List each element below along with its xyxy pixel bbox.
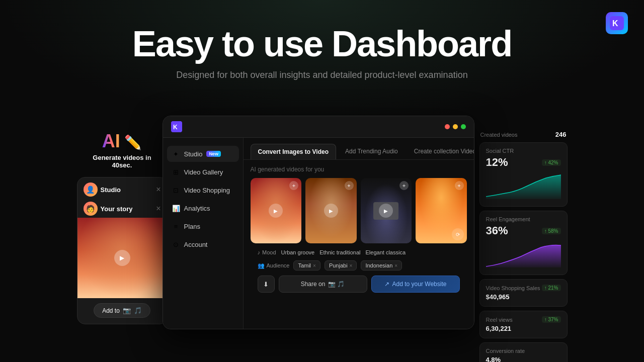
tab-collection[interactable]: Create collection Video [407, 144, 474, 159]
page-subtitle: Designed for both overall insights and d… [0, 70, 644, 80]
video-shopping-change: ↑ 21% [542, 285, 561, 291]
created-videos-row: Created videos 246 [479, 131, 568, 138]
phone-card: 👤 Studio × 🧑 Your story × ▶ Add to [77, 177, 168, 324]
tab-trending-audio[interactable]: Add Trending Audio [338, 144, 405, 159]
social-ctr-value: 12% [486, 156, 508, 169]
story-avatar: 🧑 [84, 202, 98, 216]
audience-tag-tamil[interactable]: Tamil × [293, 260, 320, 270]
svg-text:K: K [612, 19, 618, 28]
video-grid: + ▶ + ▶ + ▶ [251, 178, 467, 243]
add-to-button[interactable]: Add to 📷 🎵 [94, 303, 150, 318]
close-dot[interactable] [445, 124, 450, 129]
external-link-icon: ↗ [384, 281, 389, 288]
phone-footer: Add to 📷 🎵 [77, 298, 167, 318]
add-video-3-icon[interactable]: + [399, 181, 409, 190]
reel-engagement-card: Reel Engagement 36% ↑ 58% [479, 211, 568, 275]
share-button[interactable]: Share on 📷 🎵 [279, 276, 367, 293]
reel-engagement-value: 36% [486, 224, 508, 237]
video-shopping-label: Video Shopping Sales [486, 285, 540, 291]
audience-icon: 👥 [258, 262, 265, 269]
audience-tag-indonesian[interactable]: Indonesian × [361, 260, 402, 270]
phone-card-header: 👤 Studio × [77, 177, 167, 202]
play-video-2-button[interactable]: ▶ [324, 204, 338, 218]
add-to-website-button[interactable]: ↗ Add to your Website [371, 276, 460, 293]
video-thumb-4[interactable]: + ⟳ [416, 178, 467, 243]
avatar: 👤 [84, 183, 98, 197]
tab-convert[interactable]: Convert Images to Video [251, 144, 336, 159]
bottom-controls: ♪ Mood Urban groove Ethnic traditional E… [251, 249, 467, 299]
close-icon[interactable]: × [156, 185, 160, 194]
video-thumb-3[interactable]: + ▶ [361, 178, 412, 243]
minimize-dot[interactable] [453, 124, 458, 129]
remove-tamil-icon[interactable]: × [313, 263, 316, 268]
add-video-4-icon[interactable]: + [455, 181, 464, 190]
mood-tag-1[interactable]: Urban groove [281, 249, 315, 255]
conversion-value: 4.8% [486, 356, 501, 362]
social-ctr-card: Social CTR 12% ↑ 42% [479, 142, 568, 207]
sidebar-item-analytics[interactable]: 📊 Analytics [167, 200, 239, 216]
sidebar: ✦ Studio New ⊞ Video Gallery ⊡ Video Sho… [163, 138, 244, 329]
instagram-share-icon: 📷 [328, 281, 336, 288]
share-icons: 📷 🎵 [328, 281, 345, 288]
share-row: ⬇ Share on 📷 🎵 ↗ Add to your Websit [258, 276, 460, 293]
mood-tag-3[interactable]: Elegant classica [366, 249, 406, 255]
mood-label: ♪ Mood [258, 249, 276, 255]
created-videos-value: 246 [555, 131, 567, 138]
sidebar-item-gallery[interactable]: ⊞ Video Gallery [167, 164, 239, 180]
sidebar-item-shopping[interactable]: ⊡ Video Shopping [167, 182, 239, 198]
add-video-2-icon[interactable]: + [345, 181, 354, 190]
sidebar-label-account: Account [184, 241, 208, 248]
maximize-dot[interactable] [461, 124, 466, 129]
studio-icon: ✦ [172, 150, 180, 158]
audience-tag-punjabi[interactable]: Punjabi × [325, 260, 357, 270]
reel-engagement-chart [486, 242, 561, 267]
remove-punjabi-icon[interactable]: × [350, 263, 353, 268]
social-ctr-label: Social CTR [486, 148, 514, 154]
phone-play-button[interactable]: ▶ [114, 250, 130, 266]
conversion-rate-card: Conversion rate 4.8% [479, 342, 568, 362]
reel-views-card: Reel views ↑ 37% 6,30,221 [479, 311, 568, 338]
video-shopping-value: $40,965 [486, 293, 510, 301]
reel-views-value: 6,30,221 [486, 325, 512, 332]
action-video-4-icon[interactable]: ⟳ [452, 228, 464, 240]
page-title: Easy to use Dashboard [0, 24, 644, 64]
sidebar-item-account[interactable]: ⊙ Account [167, 236, 239, 252]
ai-text: AI [102, 131, 120, 152]
dashboard-logo: K [171, 121, 182, 132]
download-button[interactable]: ⬇ [258, 276, 275, 293]
sidebar-item-plans[interactable]: ≡ Plans [167, 218, 239, 234]
sidebar-item-studio[interactable]: ✦ Studio New [167, 146, 239, 162]
plans-icon: ≡ [172, 222, 180, 230]
audience-label: 👥 Audience [258, 262, 290, 269]
remove-indonesian-icon[interactable]: × [394, 263, 397, 268]
analytics-icon: 📊 [172, 204, 180, 212]
window-controls [445, 124, 466, 129]
created-videos-label: Created videos [480, 132, 518, 138]
main-panel: Convert Images to Video Add Trending Aud… [244, 138, 474, 329]
mood-tag-2[interactable]: Ethnic traditional [319, 249, 360, 255]
content-area: AI generated videos for you + ▶ + ▶ [244, 160, 474, 329]
page-header: Easy to use Dashboard Designed for both … [0, 0, 644, 80]
ai-subtitle: Generate videos in 40sec. [77, 154, 168, 169]
tabs-row: Convert Images to Video Add Trending Aud… [244, 138, 474, 160]
sidebar-label-analytics: Analytics [184, 205, 210, 212]
video-thumb-1[interactable]: + ▶ [251, 178, 302, 243]
close-story-icon[interactable]: × [156, 204, 160, 213]
account-icon: ⊙ [172, 240, 180, 248]
app-logo: K [606, 12, 628, 34]
reel-views-change: ↑ 37% [542, 316, 561, 323]
video-thumb-2[interactable]: + ▶ [305, 178, 357, 243]
gallery-icon: ⊞ [172, 168, 180, 176]
add-video-1-icon[interactable]: + [289, 181, 298, 190]
sidebar-label-plans: Plans [184, 223, 201, 230]
svg-text:K: K [173, 124, 178, 131]
your-story-label: Your story [101, 205, 133, 213]
phone-video-thumb: ▶ [77, 218, 167, 298]
shopping-icon: ⊡ [172, 186, 180, 194]
stats-panel: Created videos 246 Social CTR 12% ↑ 42% [479, 131, 568, 362]
play-video-1-button[interactable]: ▶ [269, 204, 283, 218]
audience-row: 👥 Audience Tamil × Punjabi × [258, 260, 460, 270]
play-video-3-button[interactable]: ▶ [379, 204, 393, 218]
reel-views-label: Reel views [486, 317, 513, 323]
sidebar-label-studio: Studio [184, 150, 203, 158]
